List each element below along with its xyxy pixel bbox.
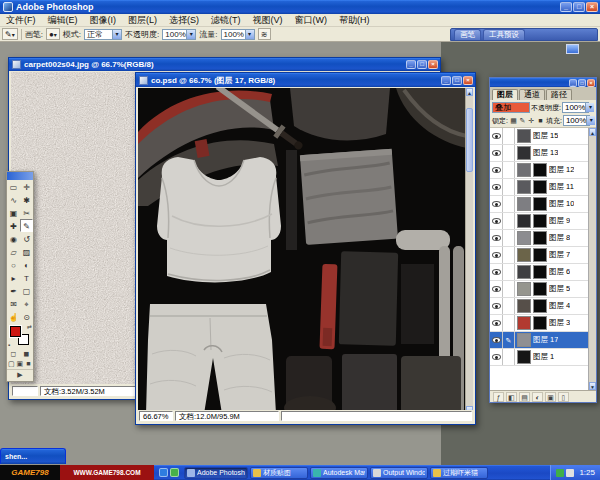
close-button[interactable]: × bbox=[586, 2, 598, 12]
layer-mask-thumbnail[interactable] bbox=[533, 231, 547, 245]
visibility-eye-icon[interactable] bbox=[490, 315, 503, 331]
layer-thumbnail[interactable] bbox=[517, 214, 531, 228]
notes-tool[interactable]: ✉ bbox=[7, 297, 20, 310]
tray-icon-2[interactable] bbox=[566, 469, 574, 477]
layer-thumbnail[interactable] bbox=[517, 282, 531, 296]
maximize-button[interactable]: □ bbox=[417, 60, 427, 69]
visibility-eye-icon[interactable] bbox=[490, 162, 503, 178]
layer-thumbnail[interactable] bbox=[517, 129, 531, 143]
scroll-track[interactable] bbox=[466, 96, 473, 406]
menu-item[interactable]: 选择(S) bbox=[163, 14, 205, 26]
layer-thumbnail[interactable] bbox=[517, 333, 531, 347]
layer-thumbnail[interactable] bbox=[517, 180, 531, 194]
layer-row[interactable]: 图层 5 bbox=[490, 281, 588, 298]
layer-mask-thumbnail[interactable] bbox=[533, 163, 547, 177]
layer-thumbnail[interactable] bbox=[517, 265, 531, 279]
adjustment-layer-icon[interactable]: ◐ bbox=[532, 392, 543, 402]
layers-tab[interactable]: 通道 bbox=[519, 89, 545, 100]
scroll-up-icon[interactable]: ▲ bbox=[589, 128, 596, 136]
layer-mask-thumbnail[interactable] bbox=[533, 282, 547, 296]
layer-mask-thumbnail[interactable] bbox=[533, 214, 547, 228]
layer-mask-thumbnail[interactable] bbox=[533, 265, 547, 279]
layer-row[interactable]: 图层 3 bbox=[490, 315, 588, 332]
new-layer-icon[interactable]: ▣ bbox=[545, 392, 556, 402]
layer-mask-thumbnail[interactable] bbox=[533, 299, 547, 313]
menu-item[interactable]: 文件(F) bbox=[0, 14, 42, 26]
scroll-track[interactable] bbox=[589, 136, 596, 382]
layer-thumbnail[interactable] bbox=[517, 146, 531, 160]
default-colors-icon[interactable]: ▪ bbox=[8, 342, 10, 348]
layer-style-icon[interactable]: ƒ bbox=[493, 392, 504, 402]
visibility-eye-icon[interactable] bbox=[490, 349, 503, 365]
add-layer-mask-icon[interactable]: ◧ bbox=[506, 392, 517, 402]
visibility-eye-icon[interactable] bbox=[490, 213, 503, 229]
close-button[interactable]: × bbox=[463, 76, 473, 85]
layer-mask-thumbnail[interactable] bbox=[533, 180, 547, 194]
layers-scrollbar[interactable]: ▲ ▼ bbox=[588, 128, 596, 390]
gradient-tool[interactable]: ▨ bbox=[20, 245, 33, 258]
new-layer-set-icon[interactable]: ▤ bbox=[519, 392, 530, 402]
quick-mask-mode-icon[interactable]: ◼ bbox=[20, 349, 33, 359]
layer-row[interactable]: 图层 13 bbox=[490, 145, 588, 162]
lock-all-icon[interactable]: ■ bbox=[536, 116, 545, 126]
zoom-box[interactable]: 66.67% bbox=[139, 411, 173, 421]
layer-row[interactable]: 图层 8 bbox=[490, 230, 588, 247]
visibility-eye-icon[interactable] bbox=[490, 196, 503, 212]
mode-select[interactable]: 正常 ▾ bbox=[84, 29, 122, 40]
type-tool[interactable]: T bbox=[20, 271, 33, 284]
layer-row[interactable]: 图层 7 bbox=[490, 247, 588, 264]
minimize-button[interactable]: _ bbox=[569, 79, 577, 87]
maximize-button[interactable]: □ bbox=[573, 2, 585, 12]
menu-item[interactable]: 窗口(W) bbox=[289, 14, 334, 26]
co-psd-canvas[interactable] bbox=[138, 88, 467, 414]
healing-brush-tool[interactable]: ✚ bbox=[7, 219, 20, 232]
layer-row[interactable]: 图层 10 bbox=[490, 196, 588, 213]
menu-item[interactable]: 视图(V) bbox=[247, 14, 289, 26]
brush-tool[interactable]: ✎ bbox=[20, 219, 33, 232]
airbrush-toggle-icon[interactable]: ≋ bbox=[258, 28, 271, 40]
layer-thumbnail[interactable] bbox=[517, 299, 531, 313]
hand-tool[interactable]: ☝ bbox=[7, 310, 20, 323]
layer-row[interactable]: 图层 4 bbox=[490, 298, 588, 315]
co-psd-title-bar[interactable]: co.psd @ 66.7% (图层 17, RGB/8) _□× bbox=[136, 73, 475, 87]
layer-thumbnail[interactable] bbox=[517, 163, 531, 177]
screen-mode-menubar-icon[interactable]: ▣ bbox=[16, 359, 25, 369]
zoom-box[interactable] bbox=[12, 386, 38, 396]
blur-tool[interactable]: ○ bbox=[7, 258, 20, 271]
layer-thumbnail[interactable] bbox=[517, 350, 531, 364]
crop-tool[interactable]: ▣ bbox=[7, 206, 20, 219]
layers-tab[interactable]: 图层 bbox=[492, 89, 518, 100]
toolbox-title-bar[interactable] bbox=[7, 172, 33, 180]
close-button[interactable]: × bbox=[428, 60, 438, 69]
quick-launch-icon-1[interactable] bbox=[159, 468, 168, 477]
scroll-down-icon[interactable]: ▼ bbox=[589, 382, 596, 390]
lock-position-icon[interactable]: ✛ bbox=[527, 116, 536, 126]
visibility-eye-icon[interactable] bbox=[490, 281, 503, 297]
layer-thumbnail[interactable] bbox=[517, 248, 531, 262]
visibility-eye-icon[interactable] bbox=[490, 247, 503, 263]
scroll-up-icon[interactable]: ▲ bbox=[466, 88, 473, 96]
delete-layer-icon[interactable]: ▯ bbox=[558, 392, 569, 402]
zoom-tool[interactable]: ⊙ bbox=[20, 310, 33, 323]
blend-mode-select[interactable]: 叠加 bbox=[492, 102, 530, 113]
menu-item[interactable]: 图层(L) bbox=[122, 14, 163, 26]
vertical-scrollbar[interactable]: ▲ ▼ bbox=[465, 88, 473, 414]
rectangular-marquee-tool[interactable]: ▭ bbox=[7, 180, 20, 193]
foreground-color-swatch[interactable] bbox=[10, 326, 21, 337]
layer-row[interactable]: 图层 9 bbox=[490, 213, 588, 230]
layer-thumbnail[interactable] bbox=[517, 316, 531, 330]
opacity-select[interactable]: 100% ▾ bbox=[162, 29, 196, 40]
eraser-tool[interactable]: ▱ bbox=[7, 245, 20, 258]
menu-item[interactable]: 滤镜(T) bbox=[205, 14, 247, 26]
menu-item[interactable]: 编辑(E) bbox=[42, 14, 84, 26]
maximize-button[interactable]: □ bbox=[452, 76, 462, 85]
taskbar-button[interactable]: 材质贴图 bbox=[250, 467, 308, 479]
pen-tool[interactable]: ✒ bbox=[7, 284, 20, 297]
move-tool[interactable]: ✛ bbox=[20, 180, 33, 193]
visibility-eye-icon[interactable] bbox=[490, 298, 503, 314]
visibility-eye-icon[interactable] bbox=[490, 179, 503, 195]
shape-tool[interactable]: ▢ bbox=[20, 284, 33, 297]
lock-transparent-pixels-icon[interactable]: ▦ bbox=[509, 116, 518, 126]
slice-tool[interactable]: ✂ bbox=[20, 206, 33, 219]
taskbar-button[interactable]: Adobe Photoshop bbox=[184, 467, 248, 479]
